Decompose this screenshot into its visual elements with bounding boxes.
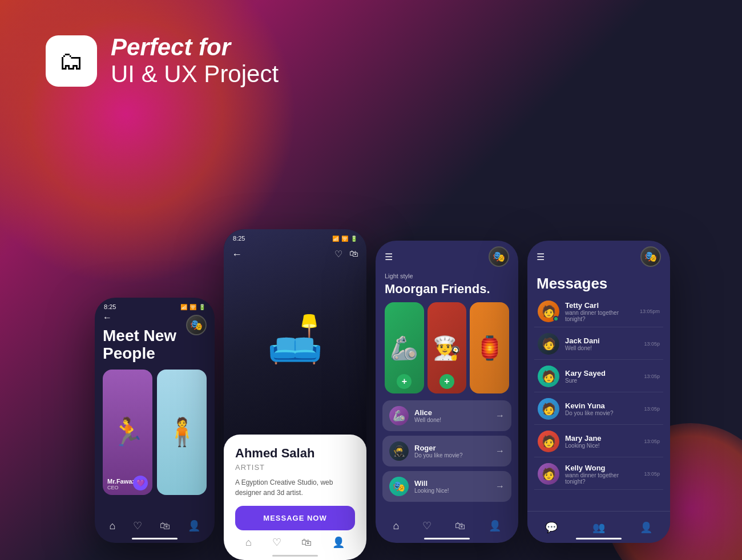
phone4-nav-person[interactable]: 👤: [640, 521, 652, 534]
phone1-bottom-nav: ⌂ ♡ 🛍 👤: [95, 509, 215, 543]
heart-button-1[interactable]: 💜: [133, 476, 148, 490]
friend-3d-2: 👨‍🍳: [433, 335, 461, 362]
nav-bag-icon[interactable]: 🛍: [160, 520, 170, 532]
mary-name: Mary Jane: [565, 434, 638, 443]
kary-name: Kary Sayed: [565, 369, 638, 378]
add-friend-btn-2[interactable]: +: [439, 374, 454, 389]
online-indicator: [553, 316, 559, 322]
header: 🗂 Perfect for UI & UX Project: [46, 34, 279, 88]
header-text: Perfect for UI & UX Project: [111, 34, 279, 88]
tetty-content: Tetty Carl wann dinner together tonight?: [565, 301, 634, 322]
phone3-nav-bag[interactable]: 🛍: [455, 520, 465, 532]
artist-desc: A Egyption Creative Studio, web designer…: [235, 477, 355, 498]
room-scene: 🛋️: [224, 265, 366, 413]
alice-status: Well done!: [414, 417, 490, 423]
alice-arrow[interactable]: →: [495, 411, 505, 421]
friend-3d-3: 🏮: [475, 335, 504, 362]
message-item-kary[interactable]: 🧑 Kary Sayed Sure 13:05p: [534, 361, 663, 392]
alice-details: Alice Well done!: [414, 408, 490, 423]
phone2-bg: 8:25 📶 🛜 🔋 ← ♡ 🛍 🛋️: [224, 229, 366, 446]
phone2-nav-home[interactable]: ⌂: [245, 537, 252, 549]
phone4-avatar: 🎭: [640, 246, 661, 267]
add-friend-btn-1[interactable]: +: [397, 374, 412, 389]
phone4-hamburger[interactable]: ☰: [537, 251, 545, 262]
tetty-time: 13:05pm: [640, 309, 660, 314]
kary-preview: Sure: [565, 378, 638, 384]
roger-details: Roger Do you like movie?: [414, 444, 490, 458]
nav-home-icon[interactable]: ⌂: [109, 520, 115, 532]
messages-header: Messages: [527, 269, 670, 296]
phone4-nav-chat[interactable]: 💬: [545, 521, 558, 534]
phone1-content: ← 🎭 Meet NewPeople 🏃 Mr.Fawaz CEO 💜 🧍: [95, 313, 215, 495]
phone1-status-bar: 8:25 📶 🛜 🔋: [95, 298, 215, 313]
message-item-tetty[interactable]: 🧑 Tetty Carl wann dinner together tonigh…: [534, 296, 663, 327]
phone-1: 8:25 📶 🛜 🔋 ← 🎭 Meet NewPeople 🏃 Mr.Fawaz…: [95, 298, 215, 543]
phone-2: 8:25 📶 🛜 🔋 ← ♡ 🛍 🛋️ Ahmed Salah ARTIST: [224, 229, 366, 560]
profile-card-2[interactable]: 🧍: [157, 370, 207, 495]
phone2-nav-person[interactable]: 👤: [332, 536, 345, 549]
message-item-kelly[interactable]: 🧑 Kelly Wong wann dinner together tonigh…: [534, 458, 663, 490]
back2-icon[interactable]: ←: [232, 249, 242, 261]
nav-person-icon[interactable]: 👤: [188, 520, 200, 532]
message-item-kevin[interactable]: 🧑 Kevin Yuna Do you like movie? 13:05p: [534, 393, 663, 425]
phone3-status-bar: ☰ 🎭: [376, 241, 518, 269]
phone4-nav-indicator: [576, 538, 622, 539]
roger-arrow[interactable]: →: [495, 446, 505, 456]
phone3-nav-home[interactable]: ⌂: [393, 520, 399, 532]
phone2-time: 8:25: [233, 235, 245, 242]
kevin-preview: Do you like movie?: [565, 410, 638, 416]
friends-title: Moorgan Friends.: [376, 282, 518, 297]
roger-avatar: 🥷: [389, 441, 409, 461]
kary-avatar: 🧑: [538, 366, 559, 387]
phone1-time: 8:25: [104, 303, 116, 310]
tetty-name: Tetty Carl: [565, 301, 634, 310]
phone2-status-icons: 📶 🛜 🔋: [332, 236, 357, 242]
will-details: Will Looking Nice!: [414, 479, 490, 494]
friend-item-will[interactable]: 🎭 Will Looking Nice! →: [382, 471, 511, 502]
friends-list: 🦾 Alice Well done! → 🥷 Roger Do you like…: [376, 400, 518, 502]
wifi-icon: 🛜: [189, 304, 196, 310]
nav-bar-indicator: [132, 538, 178, 539]
battery2-icon: 🔋: [350, 236, 357, 242]
roger-name: Roger: [414, 444, 490, 452]
kelly-name: Kelly Wong: [565, 464, 638, 472]
phone4-nav-people[interactable]: 👥: [592, 521, 605, 534]
profile-name-1: Mr.Fawaz: [107, 478, 135, 485]
friend-item-roger[interactable]: 🥷 Roger Do you like movie? →: [382, 436, 511, 466]
nav-heart-icon[interactable]: ♡: [133, 520, 142, 532]
kary-content: Kary Sayed Sure: [565, 369, 638, 384]
message-item-jack[interactable]: 🧑 Jack Dani Well done! 13:05p: [534, 328, 663, 360]
friend-item-alice[interactable]: 🦾 Alice Well done! →: [382, 400, 511, 431]
heart2-icon[interactable]: ♡: [334, 249, 342, 261]
alice-avatar: 🦾: [389, 406, 409, 425]
phone3-nav-person[interactable]: 👤: [489, 520, 501, 532]
friends-image-gallery: 🦾 + 👨‍🍳 + 🏮: [376, 302, 518, 393]
mary-preview: Looking Nice!: [565, 443, 638, 449]
kevin-name: Kevin Yuna: [565, 401, 638, 410]
kevin-content: Kevin Yuna Do you like movie?: [565, 401, 638, 416]
phone3-nav-indicator: [424, 538, 470, 539]
phone-3: ☰ 🎭 Light style Moorgan Friends. 🦾 + 👨‍🍳…: [376, 241, 518, 543]
will-arrow[interactable]: →: [495, 481, 505, 492]
logo-box: 🗂: [46, 35, 97, 87]
phone4-bottom-nav: 💬 👥 👤: [527, 511, 670, 543]
phone1-avatar: 🎭: [186, 315, 207, 335]
header-title-normal: UI & UX Project: [111, 60, 279, 88]
profile-info-1: Mr.Fawaz CEO: [107, 478, 135, 490]
bag2-icon[interactable]: 🛍: [349, 249, 358, 261]
friends-style-label: Light style: [385, 273, 413, 279]
artist-title: ARTIST: [235, 463, 355, 472]
message-now-button[interactable]: MESSAGE NOW: [235, 506, 355, 530]
phone2-nav-heart[interactable]: ♡: [272, 536, 281, 549]
signal-icon: 📶: [180, 304, 187, 310]
message-item-mary[interactable]: 🧑 Mary Jane Looking Nice! 13:05p: [534, 426, 663, 457]
phone2-bottom-nav: ⌂ ♡ 🛍 👤: [235, 530, 355, 552]
phone3-nav-heart[interactable]: ♡: [422, 520, 432, 532]
profile-card-1[interactable]: 🏃 Mr.Fawaz CEO 💜: [103, 370, 152, 495]
phone2-nav-bag[interactable]: 🛍: [301, 537, 312, 549]
tetty-preview: wann dinner together tonight?: [565, 310, 634, 322]
phone3-hamburger[interactable]: ☰: [385, 251, 393, 262]
profile-role-1: CEO: [107, 485, 135, 490]
phone4-status-bar: ☰ 🎭: [527, 241, 670, 269]
phone3-avatar: 🎭: [489, 246, 509, 267]
